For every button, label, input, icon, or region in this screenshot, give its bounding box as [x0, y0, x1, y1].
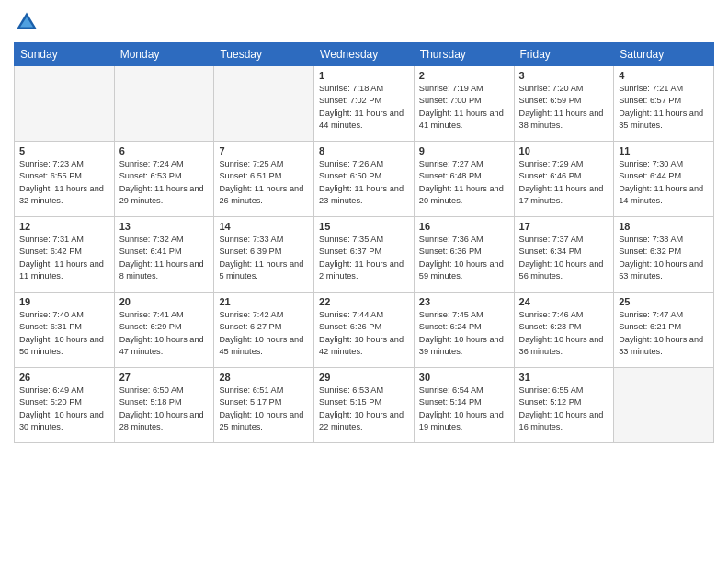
day-number: 26	[19, 372, 109, 383]
col-header-sunday: Sunday	[15, 43, 115, 66]
day-info: Sunrise: 7:23 AMSunset: 6:55 PMDaylight:…	[19, 158, 109, 207]
calendar-week-row: 1Sunrise: 7:18 AMSunset: 7:02 PMDaylight…	[15, 66, 714, 142]
day-info: Sunrise: 7:36 AMSunset: 6:36 PMDaylight:…	[419, 234, 509, 282]
col-header-thursday: Thursday	[414, 43, 514, 66]
logo-icon	[14, 9, 40, 35]
day-number: 20	[119, 296, 210, 307]
day-info: Sunrise: 7:18 AMSunset: 7:02 PMDaylight:…	[319, 83, 409, 132]
day-number: 1	[319, 70, 409, 81]
day-info: Sunrise: 7:47 AMSunset: 6:21 PMDaylight:…	[619, 309, 709, 358]
calendar-cell: 16Sunrise: 7:36 AMSunset: 6:36 PMDayligh…	[414, 217, 514, 293]
calendar-cell	[114, 66, 214, 142]
calendar-cell	[214, 66, 314, 142]
day-number: 2	[419, 70, 509, 81]
calendar-cell: 10Sunrise: 7:29 AMSunset: 6:46 PMDayligh…	[514, 142, 614, 217]
day-number: 19	[19, 296, 109, 307]
day-number: 14	[219, 221, 309, 232]
day-number: 6	[119, 145, 210, 156]
day-info: Sunrise: 7:20 AMSunset: 6:59 PMDaylight:…	[519, 83, 609, 132]
calendar-header-row: SundayMondayTuesdayWednesdayThursdayFrid…	[15, 43, 714, 66]
calendar-cell: 1Sunrise: 7:18 AMSunset: 7:02 PMDaylight…	[314, 66, 415, 142]
calendar-cell: 27Sunrise: 6:50 AMSunset: 5:18 PMDayligh…	[114, 368, 214, 443]
calendar-cell: 23Sunrise: 7:45 AMSunset: 6:24 PMDayligh…	[414, 293, 514, 368]
day-info: Sunrise: 7:30 AMSunset: 6:44 PMDaylight:…	[619, 158, 709, 207]
calendar-cell: 8Sunrise: 7:26 AMSunset: 6:50 PMDaylight…	[314, 142, 415, 217]
day-info: Sunrise: 7:35 AMSunset: 6:37 PMDaylight:…	[319, 234, 409, 282]
day-number: 4	[619, 70, 709, 81]
day-info: Sunrise: 7:45 AMSunset: 6:24 PMDaylight:…	[419, 309, 509, 358]
day-number: 31	[519, 372, 609, 383]
calendar-cell: 19Sunrise: 7:40 AMSunset: 6:31 PMDayligh…	[15, 293, 115, 368]
day-number: 5	[19, 145, 109, 156]
day-number: 16	[419, 221, 509, 232]
day-info: Sunrise: 7:46 AMSunset: 6:23 PMDaylight:…	[519, 309, 609, 358]
calendar-cell: 21Sunrise: 7:42 AMSunset: 6:27 PMDayligh…	[214, 293, 314, 368]
day-info: Sunrise: 7:33 AMSunset: 6:39 PMDaylight:…	[219, 234, 309, 282]
calendar-cell: 22Sunrise: 7:44 AMSunset: 6:26 PMDayligh…	[314, 293, 415, 368]
day-number: 17	[519, 221, 609, 232]
day-info: Sunrise: 7:31 AMSunset: 6:42 PMDaylight:…	[19, 234, 109, 282]
day-number: 21	[219, 296, 309, 307]
calendar-cell: 29Sunrise: 6:53 AMSunset: 5:15 PMDayligh…	[314, 368, 415, 443]
col-header-friday: Friday	[514, 43, 614, 66]
calendar-cell: 2Sunrise: 7:19 AMSunset: 7:00 PMDaylight…	[414, 66, 514, 142]
calendar-cell: 25Sunrise: 7:47 AMSunset: 6:21 PMDayligh…	[614, 293, 714, 368]
day-number: 8	[319, 145, 409, 156]
day-info: Sunrise: 7:37 AMSunset: 6:34 PMDaylight:…	[519, 234, 609, 282]
calendar-cell: 11Sunrise: 7:30 AMSunset: 6:44 PMDayligh…	[614, 142, 714, 217]
calendar-cell: 31Sunrise: 6:55 AMSunset: 5:12 PMDayligh…	[514, 368, 614, 443]
day-number: 30	[419, 372, 509, 383]
calendar-week-row: 19Sunrise: 7:40 AMSunset: 6:31 PMDayligh…	[15, 293, 714, 368]
calendar-cell: 17Sunrise: 7:37 AMSunset: 6:34 PMDayligh…	[514, 217, 614, 293]
calendar-cell: 18Sunrise: 7:38 AMSunset: 6:32 PMDayligh…	[614, 217, 714, 293]
logo	[14, 9, 43, 35]
day-info: Sunrise: 7:26 AMSunset: 6:50 PMDaylight:…	[319, 158, 409, 207]
calendar-cell: 14Sunrise: 7:33 AMSunset: 6:39 PMDayligh…	[214, 217, 314, 293]
calendar-cell: 4Sunrise: 7:21 AMSunset: 6:57 PMDaylight…	[614, 66, 714, 142]
day-info: Sunrise: 7:29 AMSunset: 6:46 PMDaylight:…	[519, 158, 609, 207]
calendar-cell: 12Sunrise: 7:31 AMSunset: 6:42 PMDayligh…	[15, 217, 115, 293]
day-info: Sunrise: 7:41 AMSunset: 6:29 PMDaylight:…	[119, 309, 210, 358]
calendar-cell: 3Sunrise: 7:20 AMSunset: 6:59 PMDaylight…	[514, 66, 614, 142]
day-number: 10	[519, 145, 609, 156]
day-number: 24	[519, 296, 609, 307]
calendar-cell: 5Sunrise: 7:23 AMSunset: 6:55 PMDaylight…	[15, 142, 115, 217]
day-info: Sunrise: 7:21 AMSunset: 6:57 PMDaylight:…	[619, 83, 709, 132]
calendar-cell: 13Sunrise: 7:32 AMSunset: 6:41 PMDayligh…	[114, 217, 214, 293]
calendar-cell: 28Sunrise: 6:51 AMSunset: 5:17 PMDayligh…	[214, 368, 314, 443]
day-number: 11	[619, 145, 709, 156]
col-header-tuesday: Tuesday	[214, 43, 314, 66]
day-info: Sunrise: 7:27 AMSunset: 6:48 PMDaylight:…	[419, 158, 509, 207]
day-number: 29	[319, 372, 409, 383]
calendar-cell: 15Sunrise: 7:35 AMSunset: 6:37 PMDayligh…	[314, 217, 415, 293]
day-info: Sunrise: 6:51 AMSunset: 5:17 PMDaylight:…	[219, 385, 309, 433]
calendar-cell: 7Sunrise: 7:25 AMSunset: 6:51 PMDaylight…	[214, 142, 314, 217]
calendar-cell: 9Sunrise: 7:27 AMSunset: 6:48 PMDaylight…	[414, 142, 514, 217]
calendar-cell: 24Sunrise: 7:46 AMSunset: 6:23 PMDayligh…	[514, 293, 614, 368]
day-number: 28	[219, 372, 309, 383]
calendar-cell: 26Sunrise: 6:49 AMSunset: 5:20 PMDayligh…	[15, 368, 115, 443]
day-info: Sunrise: 7:38 AMSunset: 6:32 PMDaylight:…	[619, 234, 709, 282]
day-number: 13	[119, 221, 210, 232]
calendar-cell: 20Sunrise: 7:41 AMSunset: 6:29 PMDayligh…	[114, 293, 214, 368]
calendar-cell: 6Sunrise: 7:24 AMSunset: 6:53 PMDaylight…	[114, 142, 214, 217]
day-number: 15	[319, 221, 409, 232]
calendar-cell	[614, 368, 714, 443]
day-info: Sunrise: 7:40 AMSunset: 6:31 PMDaylight:…	[19, 309, 109, 358]
day-info: Sunrise: 7:24 AMSunset: 6:53 PMDaylight:…	[119, 158, 210, 207]
day-number: 22	[319, 296, 409, 307]
day-number: 25	[619, 296, 709, 307]
day-info: Sunrise: 6:53 AMSunset: 5:15 PMDaylight:…	[319, 385, 409, 433]
calendar-table: SundayMondayTuesdayWednesdayThursdayFrid…	[14, 42, 714, 443]
calendar-cell	[15, 66, 115, 142]
col-header-saturday: Saturday	[614, 43, 714, 66]
calendar-page: SundayMondayTuesdayWednesdayThursdayFrid…	[0, 0, 728, 563]
day-info: Sunrise: 6:54 AMSunset: 5:14 PMDaylight:…	[419, 385, 509, 433]
day-number: 9	[419, 145, 509, 156]
day-number: 27	[119, 372, 210, 383]
calendar-week-row: 12Sunrise: 7:31 AMSunset: 6:42 PMDayligh…	[15, 217, 714, 293]
day-number: 3	[519, 70, 609, 81]
day-info: Sunrise: 6:49 AMSunset: 5:20 PMDaylight:…	[19, 385, 109, 433]
day-info: Sunrise: 6:50 AMSunset: 5:18 PMDaylight:…	[119, 385, 210, 433]
day-number: 7	[219, 145, 309, 156]
